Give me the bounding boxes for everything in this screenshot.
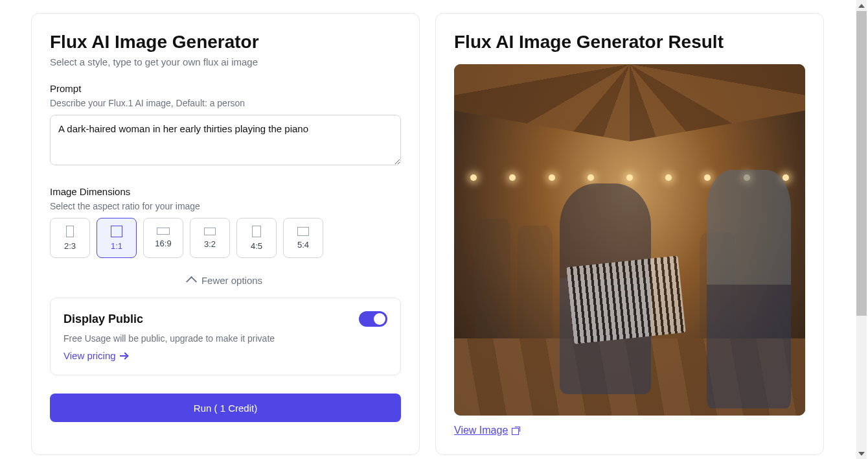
ratio-label: 1:1 [111, 241, 122, 251]
ratio-label: 3:2 [204, 239, 216, 249]
public-header: Display Public [63, 311, 387, 327]
app-container: Flux AI Image Generator Select a style, … [0, 0, 855, 459]
dimensions-help: Select the aspect ratio for your image [50, 201, 401, 211]
ratio-shape-icon [297, 227, 309, 236]
view-image-label: View Image [454, 425, 508, 436]
prompt-input[interactable] [50, 115, 401, 165]
generator-subtitle: Select a style, type to get your own flu… [50, 56, 401, 67]
fewer-options-label: Fewer options [201, 275, 262, 286]
pricing-link-label: View pricing [63, 350, 116, 361]
ratio-1-1[interactable]: 1:1 [97, 218, 137, 258]
view-image-link[interactable]: View Image [454, 425, 520, 436]
gazebo-roof-decor [454, 64, 805, 141]
scroll-up-button[interactable] [856, 0, 867, 11]
bg-person-decor [518, 226, 553, 352]
public-desc: Free Usage will be public, upgrade to ma… [63, 333, 387, 344]
result-title: Flux AI Image Generator Result [454, 32, 805, 53]
ratio-shape-icon [111, 226, 122, 237]
display-public-box: Display Public Free Usage will be public… [50, 298, 401, 375]
ratio-2-3[interactable]: 2:3 [50, 218, 90, 258]
accordion-decor [566, 255, 686, 344]
ratio-label: 16:9 [155, 239, 171, 248]
ratio-16-9[interactable]: 16:9 [143, 218, 183, 258]
ratio-label: 4:5 [251, 241, 262, 251]
scroll-track[interactable] [856, 11, 867, 448]
triangle-up-icon [858, 4, 865, 8]
toggle-knob [374, 313, 385, 325]
ratio-3-2[interactable]: 3:2 [190, 218, 230, 258]
result-card: Flux AI Image Generator Result View Imag… [435, 13, 824, 455]
ratio-4-5[interactable]: 4:5 [236, 218, 277, 258]
triangle-down-icon [858, 452, 865, 456]
page-scrollbar[interactable] [856, 0, 867, 459]
generator-card: Flux AI Image Generator Select a style, … [31, 13, 420, 455]
ratio-label: 2:3 [64, 241, 76, 251]
public-title: Display Public [63, 312, 143, 326]
result-image[interactable] [454, 64, 805, 416]
ratio-row: 2:31:116:93:24:55:4 [50, 218, 401, 258]
prompt-help: Describe your Flux.1 AI image, Default: … [50, 98, 401, 108]
public-toggle[interactable] [359, 311, 387, 327]
ratio-5-4[interactable]: 5:4 [283, 218, 323, 258]
ratio-label: 5:4 [297, 240, 309, 250]
run-button[interactable]: Run ( 1 Credit) [50, 394, 401, 422]
ratio-shape-icon [204, 228, 216, 235]
view-pricing-link[interactable]: View pricing [63, 350, 129, 361]
scroll-thumb[interactable] [856, 11, 867, 316]
prompt-label: Prompt [50, 83, 401, 94]
chevron-up-icon [186, 276, 197, 287]
scroll-down-button[interactable] [856, 448, 867, 459]
arrow-right-icon [120, 353, 129, 359]
generator-title: Flux AI Image Generator [50, 32, 401, 53]
external-link-icon [512, 427, 520, 435]
ratio-shape-icon [157, 228, 170, 235]
dimensions-label: Image Dimensions [50, 186, 401, 197]
ratio-shape-icon [252, 226, 261, 237]
figure-back-decor [707, 170, 791, 409]
fewer-options-toggle[interactable]: Fewer options [50, 270, 401, 298]
ratio-shape-icon [66, 226, 74, 237]
